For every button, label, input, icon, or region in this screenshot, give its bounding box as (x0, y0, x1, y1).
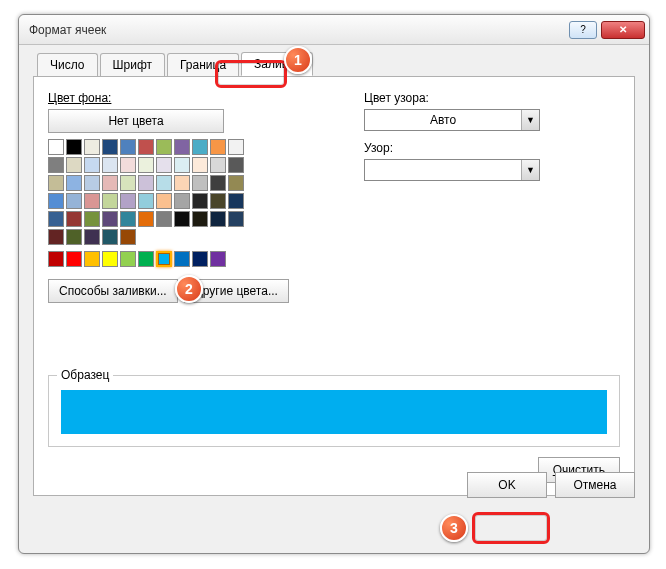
color-swatch[interactable] (192, 139, 208, 155)
standard-color-swatch[interactable] (84, 251, 100, 267)
color-swatch[interactable] (120, 157, 136, 173)
color-swatch[interactable] (192, 211, 208, 227)
theme-color-grid (48, 139, 248, 245)
color-swatch[interactable] (120, 229, 136, 245)
color-swatch[interactable] (102, 175, 118, 191)
color-swatch[interactable] (138, 157, 154, 173)
color-swatch[interactable] (174, 211, 190, 227)
pattern-section: Цвет узора: Авто ▼ Узор: ▼ (364, 91, 540, 303)
color-swatch[interactable] (138, 211, 154, 227)
tab-number[interactable]: Число (37, 53, 98, 77)
color-swatch[interactable] (102, 139, 118, 155)
tab-font[interactable]: Шрифт (100, 53, 165, 77)
color-swatch[interactable] (84, 175, 100, 191)
ok-button[interactable]: OK (467, 472, 547, 498)
color-swatch[interactable] (228, 211, 244, 227)
color-swatch[interactable] (156, 175, 172, 191)
color-swatch[interactable] (210, 157, 226, 173)
window-title: Формат ячеек (29, 23, 569, 37)
color-swatch[interactable] (84, 157, 100, 173)
pattern-color-select[interactable]: Авто ▼ (364, 109, 540, 131)
color-swatch[interactable] (228, 193, 244, 209)
color-swatch[interactable] (156, 193, 172, 209)
color-swatch[interactable] (156, 157, 172, 173)
color-swatch[interactable] (48, 139, 64, 155)
sample-label: Образец (57, 368, 113, 382)
color-swatch[interactable] (66, 139, 82, 155)
callout-3: 3 (440, 514, 468, 542)
color-swatch[interactable] (84, 139, 100, 155)
color-swatch[interactable] (48, 175, 64, 191)
color-swatch[interactable] (228, 175, 244, 191)
color-swatch[interactable] (138, 139, 154, 155)
pattern-color-value: Авто (365, 110, 521, 130)
color-swatch[interactable] (66, 157, 82, 173)
standard-color-swatch[interactable] (192, 251, 208, 267)
background-color-section: Цвет фона: Нет цвета Способы заливки... … (48, 91, 348, 303)
highlight-ring-ok (472, 512, 550, 544)
dialog-footer: OK Отмена (467, 472, 635, 498)
format-cells-dialog: Формат ячеек ? ✕ Число Шрифт Граница Зал… (18, 14, 650, 554)
standard-color-swatch[interactable] (156, 251, 172, 267)
no-color-button[interactable]: Нет цвета (48, 109, 224, 133)
highlight-ring-tab (215, 60, 287, 88)
cancel-button[interactable]: Отмена (555, 472, 635, 498)
color-swatch[interactable] (120, 175, 136, 191)
pattern-select[interactable]: ▼ (364, 159, 540, 181)
chevron-down-icon: ▼ (521, 160, 539, 180)
color-swatch[interactable] (84, 211, 100, 227)
color-swatch[interactable] (102, 157, 118, 173)
bg-color-label: Цвет фона: (48, 91, 348, 105)
standard-color-swatch[interactable] (102, 251, 118, 267)
callout-2: 2 (175, 275, 203, 303)
fill-effects-button[interactable]: Способы заливки... (48, 279, 178, 303)
standard-color-swatch[interactable] (174, 251, 190, 267)
color-swatch[interactable] (48, 157, 64, 173)
color-swatch[interactable] (66, 193, 82, 209)
color-swatch[interactable] (66, 175, 82, 191)
color-swatch[interactable] (192, 175, 208, 191)
color-swatch[interactable] (102, 193, 118, 209)
window-buttons: ? ✕ (569, 21, 645, 39)
sample-fieldset: Образец (48, 375, 620, 447)
color-swatch[interactable] (120, 193, 136, 209)
color-swatch[interactable] (120, 139, 136, 155)
color-swatch[interactable] (138, 175, 154, 191)
dialog-content: Число Шрифт Граница Заливка Цвет фона: Н… (19, 45, 649, 510)
color-swatch[interactable] (156, 139, 172, 155)
color-swatch[interactable] (48, 211, 64, 227)
color-swatch[interactable] (192, 157, 208, 173)
help-button[interactable]: ? (569, 21, 597, 39)
color-swatch[interactable] (192, 193, 208, 209)
color-swatch[interactable] (156, 211, 172, 227)
color-swatch[interactable] (174, 157, 190, 173)
color-swatch[interactable] (66, 211, 82, 227)
standard-color-swatch[interactable] (138, 251, 154, 267)
color-swatch[interactable] (138, 193, 154, 209)
color-swatch[interactable] (174, 175, 190, 191)
color-swatch[interactable] (210, 139, 226, 155)
standard-color-row (48, 251, 348, 267)
color-swatch[interactable] (228, 139, 244, 155)
color-swatch[interactable] (48, 229, 64, 245)
callout-1: 1 (284, 46, 312, 74)
standard-color-swatch[interactable] (210, 251, 226, 267)
color-swatch[interactable] (102, 229, 118, 245)
standard-color-swatch[interactable] (48, 251, 64, 267)
color-swatch[interactable] (174, 193, 190, 209)
color-swatch[interactable] (48, 193, 64, 209)
color-swatch[interactable] (84, 229, 100, 245)
color-swatch[interactable] (102, 211, 118, 227)
color-swatch[interactable] (228, 157, 244, 173)
color-swatch[interactable] (120, 211, 136, 227)
color-swatch[interactable] (66, 229, 82, 245)
color-swatch[interactable] (210, 211, 226, 227)
chevron-down-icon: ▼ (521, 110, 539, 130)
color-swatch[interactable] (210, 175, 226, 191)
standard-color-swatch[interactable] (120, 251, 136, 267)
close-button[interactable]: ✕ (601, 21, 645, 39)
color-swatch[interactable] (84, 193, 100, 209)
standard-color-swatch[interactable] (66, 251, 82, 267)
color-swatch[interactable] (210, 193, 226, 209)
color-swatch[interactable] (174, 139, 190, 155)
